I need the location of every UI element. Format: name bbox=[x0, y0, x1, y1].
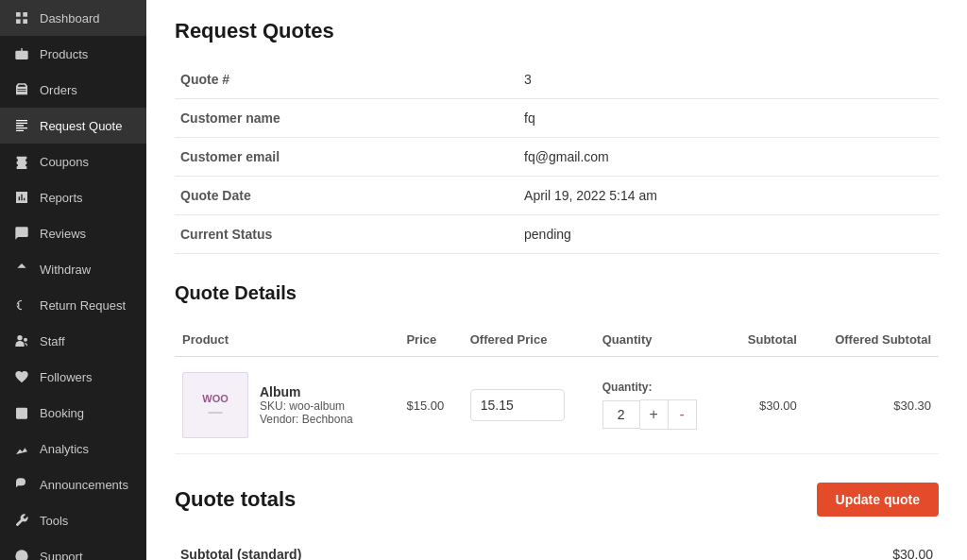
analytics-icon bbox=[13, 440, 30, 457]
quantity-increase-button[interactable]: + bbox=[640, 399, 669, 430]
sidebar-label-reports: Reports bbox=[40, 191, 83, 205]
sidebar-item-withdraw[interactable]: Withdraw bbox=[0, 251, 146, 287]
quote-date-row: Quote Date April 19, 2022 5:14 am bbox=[175, 177, 939, 215]
quantity-decrease-button[interactable]: - bbox=[669, 399, 697, 430]
product-subtotal: $30.00 bbox=[727, 357, 805, 454]
sidebar-label-orders: Orders bbox=[40, 83, 77, 97]
svg-rect-3 bbox=[23, 19, 27, 24]
sidebar-label-followers: Followers bbox=[40, 370, 93, 384]
customer-name-row: Customer name fq bbox=[175, 99, 939, 138]
return-request-icon bbox=[13, 297, 30, 314]
product-cell: WOO═══ Album SKU: woo-album Vendor: Bech… bbox=[175, 357, 399, 454]
product-price: $15.00 bbox=[399, 357, 462, 454]
quote-details-table: Product Price Offered Price Quantity Sub… bbox=[175, 323, 939, 454]
quote-date-label: Quote Date bbox=[175, 177, 518, 215]
sidebar-item-support[interactable]: Support bbox=[0, 538, 146, 560]
sidebar-item-announcements[interactable]: Announcements bbox=[0, 467, 146, 502]
current-status-label: Current Status bbox=[175, 215, 518, 254]
sidebar: Dashboard Products Orders Request Quote … bbox=[0, 0, 146, 560]
sidebar-item-request-quote[interactable]: Request Quote bbox=[0, 108, 146, 144]
sidebar-label-request-quote: Request Quote bbox=[40, 119, 122, 133]
sidebar-label-booking: Booking bbox=[40, 406, 84, 420]
dashboard-icon bbox=[13, 9, 30, 26]
customer-email-row: Customer email fq@gmail.com bbox=[175, 138, 939, 177]
sidebar-label-announcements: Announcements bbox=[40, 478, 128, 492]
sidebar-item-analytics[interactable]: Analytics bbox=[0, 431, 146, 467]
offered-price-cell bbox=[463, 357, 595, 454]
quantity-controls: + - bbox=[602, 399, 697, 430]
offered-price-input[interactable] bbox=[470, 389, 565, 421]
sidebar-item-orders[interactable]: Orders bbox=[0, 72, 146, 108]
totals-table: Subtotal (standard) $30.00 Offered Price… bbox=[175, 535, 939, 560]
product-thumbnail: WOO═══ bbox=[182, 372, 248, 438]
svg-point-7 bbox=[15, 550, 27, 560]
quote-info-table: Quote # 3 Customer name fq Customer emai… bbox=[175, 60, 939, 254]
quote-date-value: April 19, 2022 5:14 am bbox=[518, 177, 939, 215]
quote-totals-title: Quote totals bbox=[175, 487, 296, 512]
sidebar-label-tools: Tools bbox=[40, 514, 68, 528]
product-name: Album bbox=[260, 384, 353, 399]
reviews-icon bbox=[13, 225, 30, 242]
subtotal-label: Subtotal (standard) bbox=[175, 535, 743, 560]
product-offered-subtotal: $30.30 bbox=[805, 357, 939, 454]
request-quote-icon bbox=[13, 117, 30, 134]
page-title: Request Quotes bbox=[175, 19, 939, 43]
product-sku: SKU: woo-album bbox=[260, 399, 353, 413]
col-quantity: Quantity bbox=[595, 323, 727, 357]
sidebar-item-dashboard[interactable]: Dashboard bbox=[0, 0, 146, 36]
col-offered-subtotal: Offered Subtotal bbox=[805, 323, 939, 357]
quantity-label: Quantity: bbox=[602, 381, 653, 394]
customer-name-label: Customer name bbox=[175, 99, 518, 138]
subtotal-row: Subtotal (standard) $30.00 bbox=[175, 535, 939, 560]
sidebar-item-return-request[interactable]: Return Request bbox=[0, 287, 146, 323]
sidebar-label-return-request: Return Request bbox=[40, 298, 126, 313]
svg-rect-2 bbox=[16, 19, 21, 24]
update-quote-button[interactable]: Update quote bbox=[817, 483, 939, 517]
sidebar-item-reviews[interactable]: Reviews bbox=[0, 215, 146, 251]
quote-number-row: Quote # 3 bbox=[175, 60, 939, 99]
sidebar-item-products[interactable]: Products bbox=[0, 36, 146, 72]
col-offered-price: Offered Price bbox=[463, 323, 595, 357]
svg-rect-1 bbox=[23, 12, 27, 17]
orders-icon bbox=[13, 81, 30, 98]
svg-rect-0 bbox=[16, 12, 21, 17]
sidebar-item-reports[interactable]: Reports bbox=[0, 179, 146, 215]
followers-icon bbox=[13, 368, 30, 385]
support-icon bbox=[13, 548, 30, 560]
sidebar-label-products: Products bbox=[40, 47, 88, 61]
col-price: Price bbox=[399, 323, 462, 357]
sidebar-label-staff: Staff bbox=[40, 334, 65, 348]
sidebar-label-withdraw: Withdraw bbox=[40, 263, 91, 277]
sidebar-item-coupons[interactable]: Coupons bbox=[0, 144, 146, 179]
main-content: Request Quotes Quote # 3 Customer name f… bbox=[146, 0, 967, 560]
woo-logo: WOO═══ bbox=[202, 393, 229, 417]
product-vendor: Vendor: Bechbona bbox=[260, 413, 353, 426]
sidebar-label-dashboard: Dashboard bbox=[40, 11, 100, 25]
quantity-input[interactable] bbox=[602, 400, 640, 429]
tools-icon bbox=[13, 512, 30, 529]
announcements-icon bbox=[13, 476, 30, 493]
booking-icon bbox=[13, 404, 30, 421]
col-product: Product bbox=[175, 323, 399, 357]
subtotal-value: $30.00 bbox=[743, 535, 939, 560]
sidebar-label-analytics: Analytics bbox=[40, 442, 89, 456]
sidebar-item-followers[interactable]: Followers bbox=[0, 359, 146, 395]
sidebar-label-reviews: Reviews bbox=[40, 227, 86, 241]
quantity-cell: Quantity: + - bbox=[595, 357, 727, 454]
product-info: Album SKU: woo-album Vendor: Bechbona bbox=[260, 384, 353, 426]
customer-email-value: fq@gmail.com bbox=[518, 138, 939, 177]
quote-totals-header: Quote totals Update quote bbox=[175, 483, 939, 517]
current-status-row: Current Status pending bbox=[175, 215, 939, 254]
sidebar-label-support: Support bbox=[40, 550, 83, 561]
svg-rect-6 bbox=[16, 408, 27, 419]
sidebar-item-booking[interactable]: Booking bbox=[0, 395, 146, 431]
sidebar-item-tools[interactable]: Tools bbox=[0, 502, 146, 538]
products-icon bbox=[13, 45, 30, 62]
current-status-value: pending bbox=[518, 215, 939, 254]
sidebar-item-staff[interactable]: Staff bbox=[0, 323, 146, 359]
col-subtotal: Subtotal bbox=[727, 323, 805, 357]
quote-number-value: 3 bbox=[518, 60, 939, 99]
staff-icon bbox=[13, 332, 30, 349]
reports-icon bbox=[13, 189, 30, 206]
customer-name-value: fq bbox=[518, 99, 939, 138]
